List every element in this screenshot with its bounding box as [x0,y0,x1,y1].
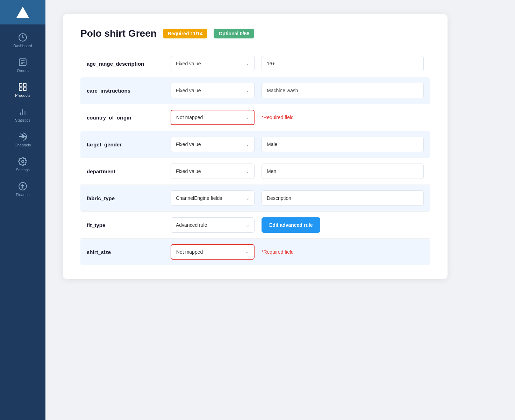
field-name-fabric: fabric_type [87,195,164,201]
input-care[interactable] [262,83,424,98]
select-box-country[interactable]: Not mapped ⌄ [171,110,255,125]
field-row-gender: target_gender Fixed value ⌄ [80,131,430,158]
select-box-shirt-size[interactable]: Not mapped ⌄ [171,244,255,260]
field-select-gender[interactable]: Fixed value ⌄ [171,137,255,152]
select-box-gender[interactable]: Fixed value ⌄ [171,137,255,152]
field-select-country[interactable]: Not mapped ⌄ [171,110,255,125]
field-name-fit: fit_type [87,222,164,228]
statistics-icon [18,107,27,116]
field-row-care: care_instructions Fixed value ⌄ [80,77,430,104]
chevron-down-icon: ⌄ [246,142,249,147]
channels-icon [18,132,27,141]
select-value-care: Fixed value [176,88,246,93]
sidebar-item-dashboard[interactable]: Dashboard [0,28,45,53]
select-box-department[interactable]: Fixed value ⌄ [171,164,255,179]
products-icon [18,82,27,92]
sidebar-item-products[interactable]: Products [0,78,45,102]
field-select-fabric[interactable]: ChannelEngine fields ⌄ [171,190,255,206]
sidebar-label-statistics: Statistics [15,118,30,122]
sidebar-label-finance: Finance [16,193,29,197]
optional-badge: Optional 0/68 [214,29,254,38]
select-value-shirt-size: Not mapped [176,249,245,255]
field-value-department [262,164,424,179]
select-box-age-range[interactable]: Fixed value ⌄ [171,56,255,71]
field-select-care[interactable]: Fixed value ⌄ [171,83,255,98]
sidebar-label-products: Products [15,93,30,97]
finance-icon [18,182,27,191]
dashboard-icon [18,33,27,42]
sidebar-item-channels[interactable]: Channels [0,127,45,152]
sidebar-logo [0,0,45,24]
chevron-down-icon: ⌄ [246,61,249,66]
field-select-age-range[interactable]: Fixed value ⌄ [171,56,255,71]
input-fabric[interactable] [262,190,424,206]
sidebar: Dashboard Orders Products Statistics Cha… [0,0,45,420]
field-row-department: department Fixed value ⌄ [80,158,430,185]
main-content: Polo shirt Green Required 11/14 Optional… [45,0,515,420]
select-box-fit[interactable]: Advanced rule ⌄ [171,217,255,233]
sidebar-item-orders[interactable]: Orders [0,53,45,78]
select-value-fit: Advanced rule [176,222,246,228]
field-value-gender [262,137,424,152]
sidebar-label-orders: Orders [17,68,29,73]
field-value-care [262,83,424,98]
field-value-shirt-size: *Required field [262,249,424,255]
page-header: Polo shirt Green Required 11/14 Optional… [80,28,430,39]
sidebar-label-settings: Settings [16,168,30,172]
field-row-fabric: fabric_type ChannelEngine fields ⌄ [80,185,430,212]
field-name-country: country_of_origin [87,115,164,121]
page-title: Polo shirt Green [80,28,157,39]
select-value-country: Not mapped [176,115,245,120]
field-row-age-range: age_range_description Fixed value ⌄ [80,50,430,77]
orders-icon [18,58,27,67]
field-name-department: department [87,168,164,174]
sidebar-label-dashboard: Dashboard [13,44,32,48]
chevron-down-icon: ⌄ [246,169,249,174]
chevron-down-icon: ⌄ [246,196,249,201]
sidebar-label-channels: Channels [15,143,31,147]
field-select-shirt-size[interactable]: Not mapped ⌄ [171,244,255,260]
required-label-country: *Required field [262,115,294,120]
fields-list: age_range_description Fixed value ⌄ care… [80,50,430,265]
edit-advanced-rule-button[interactable]: Edit advanced rule [262,217,320,233]
field-value-fit: Edit advanced rule [262,217,424,233]
chevron-down-icon: ⌄ [245,115,249,120]
svg-point-3 [22,160,24,163]
field-row-fit: fit_type Advanced rule ⌄ Edit advanced r… [80,212,430,239]
required-label-shirt-size: *Required field [262,249,294,255]
input-age-range[interactable] [262,56,424,71]
required-badge: Required 11/14 [163,29,208,38]
settings-icon [18,157,27,166]
field-row-country: country_of_origin Not mapped ⌄ *Required… [80,104,430,131]
sidebar-item-statistics[interactable]: Statistics [0,102,45,127]
input-gender[interactable] [262,137,424,152]
field-name-gender: target_gender [87,142,164,147]
field-select-department[interactable]: Fixed value ⌄ [171,164,255,179]
product-card: Polo shirt Green Required 11/14 Optional… [63,14,448,279]
select-value-fabric: ChannelEngine fields [176,195,246,201]
chevron-down-icon: ⌄ [246,88,249,93]
select-value-gender: Fixed value [176,142,246,147]
sidebar-item-finance[interactable]: Finance [0,177,45,202]
field-name-care: care_instructions [87,88,164,94]
field-name-shirt-size: shirt_size [87,249,164,255]
logo-icon [16,7,29,18]
input-department[interactable] [262,164,424,179]
field-value-country: *Required field [262,114,424,121]
chevron-down-icon: ⌄ [246,223,249,227]
select-value-department: Fixed value [176,168,246,174]
field-name-age-range: age_range_description [87,61,164,67]
field-value-fabric [262,190,424,206]
select-box-fabric[interactable]: ChannelEngine fields ⌄ [171,190,255,206]
field-value-age-range [262,56,424,71]
select-box-care[interactable]: Fixed value ⌄ [171,83,255,98]
field-select-fit[interactable]: Advanced rule ⌄ [171,217,255,233]
chevron-down-icon: ⌄ [245,249,249,254]
field-row-shirt-size: shirt_size Not mapped ⌄ *Required field [80,239,430,265]
sidebar-item-settings[interactable]: Settings [0,152,45,177]
select-value-age-range: Fixed value [176,61,246,66]
